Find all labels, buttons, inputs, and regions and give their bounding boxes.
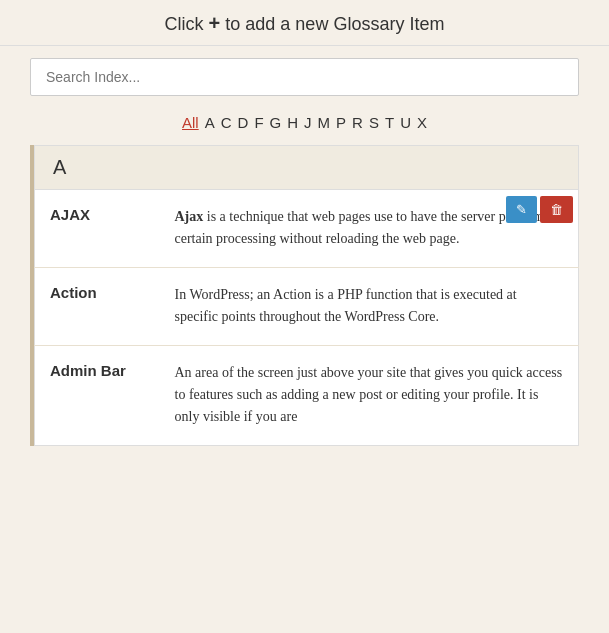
definition-adminbar-text: An area of the screen just above your si… <box>175 365 563 425</box>
definition-adminbar: An area of the screen just above your si… <box>165 345 579 445</box>
definition-ajax: ✎ 🗑 Ajax is a technique that web pages u… <box>165 190 579 267</box>
term-ajax: AJAX <box>35 190 165 267</box>
table-row: Admin Bar An area of the screen just abo… <box>35 345 579 445</box>
delete-button-ajax[interactable]: 🗑 <box>540 196 573 223</box>
term-action: Action <box>35 267 165 345</box>
search-section <box>0 46 609 108</box>
letter-header-a: A <box>34 145 579 190</box>
alpha-s[interactable]: S <box>369 114 379 131</box>
alpha-f[interactable]: F <box>254 114 263 131</box>
alpha-r[interactable]: R <box>352 114 363 131</box>
definition-ajax-rest: is a technique that web pages use to hav… <box>175 209 544 246</box>
alpha-g[interactable]: G <box>270 114 282 131</box>
edit-button-ajax[interactable]: ✎ <box>506 196 537 223</box>
alpha-u[interactable]: U <box>400 114 411 131</box>
header-section: Click + to add a new Glossary Item <box>0 0 609 46</box>
term-adminbar: Admin Bar <box>35 345 165 445</box>
alpha-p[interactable]: P <box>336 114 346 131</box>
alphabet-nav: All A C D F G H J M P R S T U X <box>0 108 609 145</box>
definition-action-text: In WordPress; an Action is a PHP functio… <box>175 287 517 324</box>
alpha-d[interactable]: D <box>238 114 249 131</box>
glossary-table: AJAX ✎ 🗑 Ajax is a technique that web pa… <box>34 190 579 446</box>
table-row: AJAX ✎ 🗑 Ajax is a technique that web pa… <box>35 190 579 267</box>
alpha-x[interactable]: X <box>417 114 427 131</box>
alpha-c[interactable]: C <box>221 114 232 131</box>
glossary-section: A AJAX ✎ 🗑 Ajax is a technique that web … <box>30 145 579 446</box>
alpha-h[interactable]: H <box>287 114 298 131</box>
search-input[interactable] <box>30 58 579 96</box>
alpha-a[interactable]: A <box>205 114 215 131</box>
page-title: Click + to add a new Glossary Item <box>20 12 589 35</box>
definition-action: In WordPress; an Action is a PHP functio… <box>165 267 579 345</box>
alpha-m[interactable]: M <box>318 114 331 131</box>
alpha-all[interactable]: All <box>182 114 199 131</box>
table-row: Action In WordPress; an Action is a PHP … <box>35 267 579 345</box>
plus-icon: + <box>209 12 221 34</box>
alpha-j[interactable]: J <box>304 114 312 131</box>
alpha-t[interactable]: T <box>385 114 394 131</box>
action-buttons-ajax: ✎ 🗑 <box>506 196 573 223</box>
definition-ajax-bold: Ajax <box>175 209 204 224</box>
page-container: Click + to add a new Glossary Item All A… <box>0 0 609 446</box>
